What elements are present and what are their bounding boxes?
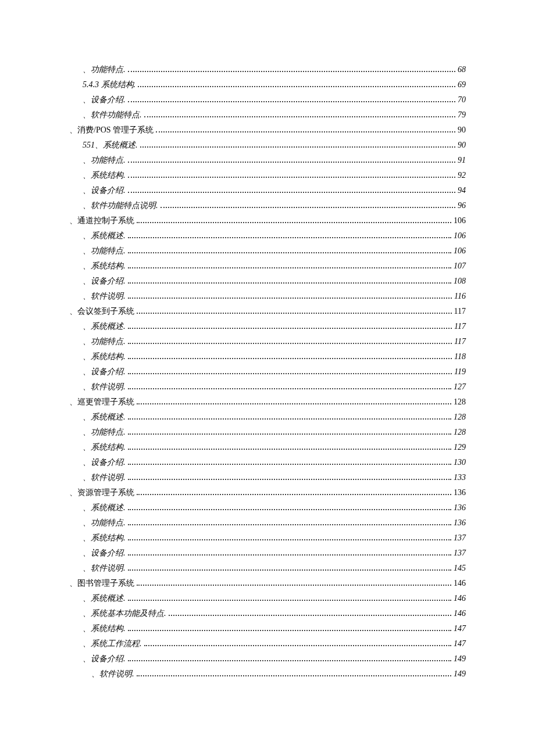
toc-leader xyxy=(128,233,452,238)
toc-label: 软件说明. xyxy=(91,473,126,482)
toc-bullet: 、 xyxy=(69,397,77,407)
toc-label: 功能特点. xyxy=(91,518,126,528)
toc-leader xyxy=(137,309,452,314)
toc-label: 系统概述. xyxy=(91,413,126,422)
toc-leader xyxy=(128,173,456,178)
toc-entry: 、设备介绍.130 xyxy=(83,458,466,467)
toc-entry: 、系统结构.92 xyxy=(83,171,466,180)
toc-entry: 、软件功能特点.79 xyxy=(83,110,466,120)
toc-page-number: 147 xyxy=(454,624,466,633)
toc-entry: 、设备介绍.70 xyxy=(83,95,466,105)
toc-entry: 、软件说明.133 xyxy=(83,473,466,482)
toc-bullet: 、 xyxy=(83,186,91,195)
toc-page-number: 146 xyxy=(454,579,466,588)
toc-page-number: 128 xyxy=(454,428,466,437)
toc-leader xyxy=(128,354,452,359)
toc-leader xyxy=(128,596,452,601)
toc-page-number: 136 xyxy=(454,503,466,513)
toc-bullet: 、 xyxy=(83,473,91,482)
toc-label: 资源管理子系统 xyxy=(77,488,134,497)
toc-page-number: 119 xyxy=(454,367,466,377)
toc-entry: 、系统结构.137 xyxy=(83,533,466,543)
toc-entry: 、巡更管理子系统128 xyxy=(69,397,466,407)
toc-page-number: 118 xyxy=(454,352,466,361)
toc-bullet: 、 xyxy=(69,126,77,135)
toc-page-number: 117 xyxy=(454,322,466,331)
toc-entry: 、软件说明.127 xyxy=(83,382,466,392)
toc-label: 软件说明. xyxy=(91,382,126,392)
toc-page-number: 117 xyxy=(454,307,466,316)
toc-page-number: 127 xyxy=(454,382,466,392)
toc-label: 系统结构. xyxy=(91,533,126,543)
toc-leader xyxy=(137,671,452,676)
toc-page-number: 133 xyxy=(454,473,466,482)
toc-label: 系统结构. xyxy=(91,171,126,180)
toc-label: 系统概述. xyxy=(91,503,126,513)
toc-page-number: 92 xyxy=(458,171,466,180)
toc-entry: 、功能特点.136 xyxy=(83,518,466,528)
toc-entry: 、软件说明.145 xyxy=(83,564,466,573)
toc-label: 功能特点. xyxy=(91,337,126,346)
toc-entry: 、系统基本功能及特点.146 xyxy=(83,609,466,618)
toc-leader xyxy=(138,82,455,87)
toc-page-number: 70 xyxy=(458,95,466,105)
toc-leader xyxy=(128,293,452,299)
toc-label: 通道控制子系统 xyxy=(77,216,134,225)
toc-bullet: 、 xyxy=(83,337,91,346)
toc-leader xyxy=(128,97,456,102)
toc-entry: 、会议签到子系统117 xyxy=(69,307,466,316)
toc-leader xyxy=(128,505,452,510)
toc-label: 功能特点. xyxy=(91,156,126,165)
toc-page-number: 90 xyxy=(458,126,466,135)
toc-label: 系统工作流程. xyxy=(91,639,142,648)
toc-entry: 、图书管理子系统146 xyxy=(69,579,466,588)
toc-page-number: 129 xyxy=(454,443,466,452)
toc-entry: 、功能特点.128 xyxy=(83,428,466,437)
toc-entry: 、设备介绍.108 xyxy=(83,277,466,286)
toc-label: 系统结构. xyxy=(91,352,126,361)
toc-leader xyxy=(160,203,456,208)
toc-bullet: 、 xyxy=(69,579,77,588)
toc-page-number: 145 xyxy=(454,564,466,573)
toc-leader xyxy=(128,67,456,72)
toc-bullet: 、 xyxy=(83,201,91,210)
toc-bullet: 、 xyxy=(91,669,99,679)
toc-label: 系统概述. xyxy=(91,322,126,331)
toc-bullet: 、 xyxy=(69,307,77,316)
toc-bullet: 、 xyxy=(83,171,91,180)
toc-label: 设备介绍. xyxy=(91,277,126,286)
toc-page-number: 117 xyxy=(454,337,466,346)
toc-entry: 、系统结构.118 xyxy=(83,352,466,361)
toc-bullet: 、 xyxy=(83,533,91,543)
toc-leader xyxy=(128,475,452,480)
toc-bullet: 、 xyxy=(83,292,91,301)
toc-label: 巡更管理子系统 xyxy=(77,397,134,407)
toc-page-number: 136 xyxy=(454,518,466,528)
toc-label: 软件功能特点. xyxy=(91,110,142,120)
toc-bullet: 、 xyxy=(83,367,91,377)
toc-leader xyxy=(128,369,452,374)
toc-page-number: 137 xyxy=(454,549,466,558)
toc-label: 功能特点. xyxy=(91,428,126,437)
toc-entry: 、系统结构.129 xyxy=(83,443,466,452)
toc-bullet: 、 xyxy=(83,231,91,241)
toc-bullet: 、 xyxy=(83,322,91,331)
page-container: 、功能特点.685.4.3 系统结构.69、设备介绍.70、软件功能特点.79、… xyxy=(69,65,466,685)
toc-bullet: 、 xyxy=(83,352,91,361)
toc-entry: 、系统概述.136 xyxy=(83,503,466,513)
toc-bullet: 、 xyxy=(83,458,91,467)
toc-leader xyxy=(128,520,452,525)
toc-leader xyxy=(137,490,451,495)
toc-entry: 、系统结构.147 xyxy=(83,624,466,633)
toc-page-number: 94 xyxy=(458,186,466,195)
toc-entry: 、消费/POS 管理子系统90 xyxy=(69,126,466,135)
toc-bullet: 、 xyxy=(83,382,91,392)
toc-bullet: 、 xyxy=(83,609,91,618)
toc-page-number: 79 xyxy=(458,110,466,120)
toc-label: 设备介绍. xyxy=(91,654,126,664)
toc-page-number: 106 xyxy=(454,216,466,225)
toc-label: 软件功能特点说明. xyxy=(91,201,158,210)
toc-page-number: 106 xyxy=(454,246,466,256)
toc-entry: 、系统概述.106 xyxy=(83,231,466,241)
toc-bullet: 、 xyxy=(83,413,91,422)
